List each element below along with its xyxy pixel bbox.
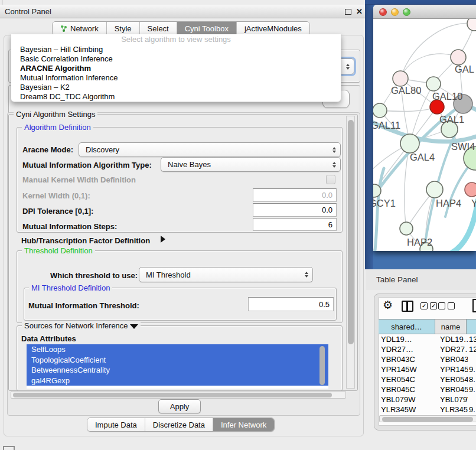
tab-jactivemnodules[interactable]: jActiveMNodules [237, 22, 309, 35]
settings-vertical-scrollbar[interactable] [346, 116, 355, 389]
attribute-list-item[interactable]: TopologicalCoefficient [27, 355, 328, 366]
table-cell[interactable]: YBL079W [381, 394, 434, 405]
attribute-list-item[interactable]: SelfLoops [27, 344, 328, 355]
node-label: GAL10 [432, 91, 462, 102]
node-red[interactable] [430, 100, 444, 114]
control-panel-titlebar: Control Panel ✕ [0, 5, 366, 18]
expand-arrow-icon[interactable] [161, 236, 165, 243]
node-hap2[interactable] [400, 222, 413, 235]
columns-icon[interactable] [402, 301, 413, 312]
network-canvas[interactable]: GALGAL80GAL10GAL11GAL1SWI4GAL4GCY1HAP4YH… [373, 18, 476, 251]
which-threshold-value: MI Threshold [146, 270, 191, 279]
which-threshold-combo[interactable]: MI Threshold [139, 267, 313, 282]
node-gal80[interactable] [393, 71, 408, 86]
deselect-all-checks-icon[interactable] [438, 302, 455, 309]
node-gal7[interactable] [451, 50, 466, 65]
attribute-list-item[interactable]: BetweennessCentrality [27, 365, 328, 376]
collapse-arrow-icon[interactable] [130, 324, 138, 329]
algorithm-option[interactable]: ARACNE Algorithm [11, 64, 341, 73]
table-cell[interactable]: YLR345W [381, 405, 434, 415]
tab-impute-data[interactable]: Impute Data [87, 418, 145, 431]
mi-threshold-field[interactable]: 0.5 [248, 297, 334, 311]
minimize-window-icon[interactable] [391, 8, 399, 16]
table-cell[interactable]: YBR045C [381, 384, 434, 394]
manual-kernel-checkbox[interactable] [326, 175, 335, 184]
column-header-name[interactable]: name [435, 319, 467, 334]
table-panel-titlebar: Table Panel [366, 269, 476, 290]
node-gal10[interactable] [426, 77, 441, 91]
attributes-list-scrollbar-thumb[interactable] [319, 346, 325, 385]
settings-vertical-scrollbar-thumb[interactable] [348, 120, 354, 344]
algorithm-option[interactable]: Mutual Information Inference [11, 73, 341, 83]
table-cell[interactable]: YDR27… [381, 344, 434, 354]
settings-horizontal-scrollbar-thumb[interactable] [13, 393, 332, 397]
desktop-top-strip [365, 0, 476, 5]
table-cell[interactable]: YBL079W [440, 394, 468, 405]
table-cell[interactable]: YDL19… [381, 334, 434, 344]
kernel-width-field[interactable]: 0.0 [253, 188, 337, 202]
network-edge [373, 168, 384, 251]
table-horizontal-scrollbar[interactable] [379, 415, 476, 422]
column-header-shared…[interactable]: shared… [379, 319, 435, 334]
node-label: GAL1 [439, 114, 464, 125]
tab-label: Infer Network [221, 420, 266, 429]
tab-label: Impute Data [95, 420, 137, 429]
document-icon[interactable] [472, 299, 476, 312]
tab-cyni-toolbox[interactable]: Cyni Toolbox [177, 22, 237, 35]
table-horizontal-scrollbar-thumb[interactable] [382, 417, 473, 422]
close-window-icon[interactable] [379, 8, 387, 16]
mi-threshold-label: Mutual Information Threshold: [28, 301, 139, 310]
zoom-window-icon[interactable] [403, 8, 410, 16]
node-pink[interactable] [465, 182, 476, 197]
apply-button[interactable]: Apply [158, 399, 201, 413]
threshold-definition-title: Threshold Definition [22, 246, 95, 255]
table-cell[interactable]: 9. [469, 384, 476, 394]
node-hap4[interactable] [426, 181, 443, 198]
algorithm-option[interactable]: Dream8 DC_TDC Algorithm [11, 92, 341, 102]
table-cell[interactable]: 8. [469, 374, 476, 384]
table-cell[interactable]: YBR043C [381, 354, 434, 364]
node-gal11[interactable] [373, 103, 387, 118]
gear-icon[interactable]: ⚙ [383, 298, 393, 312]
float-panel-icon[interactable] [345, 9, 351, 15]
tab-discretize-data[interactable]: Discretize Data [145, 418, 213, 431]
table-cell[interactable]: YBR045C [440, 384, 468, 394]
table-cell[interactable]: YBR043C [440, 354, 468, 364]
settings-horizontal-scrollbar[interactable] [11, 391, 346, 399]
table-cell[interactable]: 12 [469, 344, 476, 354]
dpi-tolerance-field[interactable]: 0.0 [253, 203, 337, 217]
mi-type-combo[interactable]: Naive Bayes [161, 157, 341, 172]
minimized-panel-icon[interactable] [3, 446, 15, 450]
table-cell[interactable]: YDR27… [440, 344, 468, 354]
table-cell[interactable]: 9. [469, 405, 476, 415]
frame-edge [2, 0, 2, 5]
aracne-mode-combo[interactable]: Discovery [79, 142, 341, 157]
mi-steps-field[interactable]: 6 [253, 218, 337, 231]
tab-style[interactable]: Style [107, 22, 140, 35]
node-gal4[interactable] [400, 134, 419, 153]
algorithm-option[interactable]: Bayesian – Hill Climbing [11, 45, 341, 54]
select-all-checks-icon[interactable]: ✓✓ [420, 302, 437, 309]
table-cell[interactable]: 13 [469, 334, 476, 344]
tab-infer-network[interactable]: Infer Network [213, 418, 274, 431]
data-attributes-list[interactable]: SelfLoopsTopologicalCoefficientBetweenne… [27, 344, 328, 389]
table-cell[interactable]: YPR145W [381, 364, 434, 374]
column-header-A[interactable]: A [467, 319, 476, 334]
table-cell[interactable]: YPR145W [440, 364, 468, 374]
table-cell[interactable]: 9. [469, 364, 476, 374]
network-window-titlebar[interactable] [373, 5, 476, 19]
algorithm-option[interactable]: Basic Correlation Inference [11, 54, 341, 64]
node-top[interactable] [467, 18, 476, 31]
table-cell[interactable]: YER054C [440, 374, 468, 384]
algorithm-option[interactable]: Bayesian – K2 [11, 83, 341, 92]
table-cell[interactable]: YER054C [381, 374, 434, 384]
table-cell[interactable]: YDL19… [440, 334, 468, 344]
tab-select[interactable]: Select [140, 22, 177, 35]
attribute-list-item[interactable]: gal4RGexp [27, 376, 328, 386]
mi-steps-value: 6 [328, 220, 332, 229]
combo-arrows-icon [332, 162, 336, 168]
network-icon [60, 25, 67, 32]
tab-network[interactable]: Network [53, 22, 107, 35]
table-cell[interactable]: YLR345W [440, 405, 468, 415]
close-panel-icon[interactable]: ✕ [356, 8, 363, 15]
